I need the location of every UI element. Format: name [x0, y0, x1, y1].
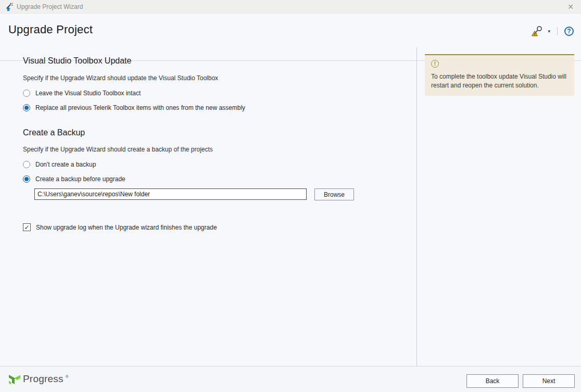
window-title: Upgrade Project Wizard [17, 3, 83, 10]
help-icon[interactable]: ? [564, 27, 574, 36]
next-button[interactable]: Next [523, 374, 575, 388]
content-area: Visual Studio Toolbox Update Specify if … [0, 47, 581, 366]
warning-circle-icon: ! [431, 60, 439, 68]
radio-leave-toolbox-intact[interactable]: Leave the Visual Studio Toolbox intact [23, 89, 141, 97]
radio-button-selected[interactable] [23, 175, 30, 183]
toolbox-section-description: Specify if the Upgrade Wizard should upd… [23, 74, 218, 82]
progress-chevron-icon [8, 373, 21, 386]
radio-label: Create a backup before upgrade [35, 175, 125, 183]
checkbox-checked-icon[interactable]: ✓ [23, 223, 31, 231]
backup-section-description: Specify if the Upgrade Wizard should cre… [23, 146, 213, 153]
chevron-down-icon[interactable]: ▾ [548, 29, 550, 34]
progress-wordmark: Progress [23, 373, 64, 385]
license-key-warning-icon[interactable]: ! [531, 25, 544, 37]
toolbox-section-heading: Visual Studio Toolbox Update [23, 56, 131, 66]
backup-section-heading: Create a Backup [23, 128, 85, 137]
page-title: Upgrade Project [8, 23, 93, 36]
notification-text: To complete the toolbox update Visual St… [431, 72, 568, 90]
options-pane: Visual Studio Toolbox Update Specify if … [0, 47, 416, 366]
footer-bar: Progress ® Back Next [0, 366, 581, 392]
svg-text:!: ! [534, 32, 536, 36]
backup-path-input[interactable] [34, 188, 307, 200]
header-actions: ! ▾ ? [531, 24, 574, 39]
radio-label: Leave the Visual Studio Toolbox intact [35, 90, 141, 97]
toolbox-restart-notification: ! To complete the toolbox update Visual … [425, 54, 574, 96]
upgrade-project-wizard-window: Upgrade Project Wizard ✕ Upgrade Project… [0, 0, 581, 392]
radio-label: Replace all previous Telerik Toolbox ite… [35, 104, 245, 111]
progress-logo: Progress ® [8, 373, 69, 386]
wizard-wand-icon [4, 2, 13, 11]
page-header: Upgrade Project ! ▾ ? [0, 14, 581, 47]
back-button[interactable]: Back [466, 374, 519, 388]
checkbox-label: Show upgrade log when the Upgrade wizard… [36, 224, 217, 231]
notification-pane: ! To complete the toolbox update Visual … [417, 47, 581, 366]
header-separator [557, 27, 558, 35]
radio-create-backup-before-upgrade[interactable]: Create a backup before upgrade [23, 175, 125, 183]
radio-button-selected[interactable] [23, 104, 30, 111]
registered-mark: ® [66, 374, 69, 379]
radio-label: Don't create a backup [35, 161, 96, 168]
show-upgrade-log-checkbox-row[interactable]: ✓ Show upgrade log when the Upgrade wiza… [23, 223, 217, 231]
radio-button-unselected[interactable] [23, 161, 30, 168]
close-icon[interactable]: ✕ [565, 2, 576, 12]
radio-dont-create-backup[interactable]: Don't create a backup [23, 160, 96, 169]
radio-replace-toolbox-items[interactable]: Replace all previous Telerik Toolbox ite… [23, 104, 245, 112]
radio-button-unselected[interactable] [23, 90, 30, 97]
browse-button[interactable]: Browse [314, 188, 354, 200]
title-bar: Upgrade Project Wizard ✕ [0, 0, 581, 14]
